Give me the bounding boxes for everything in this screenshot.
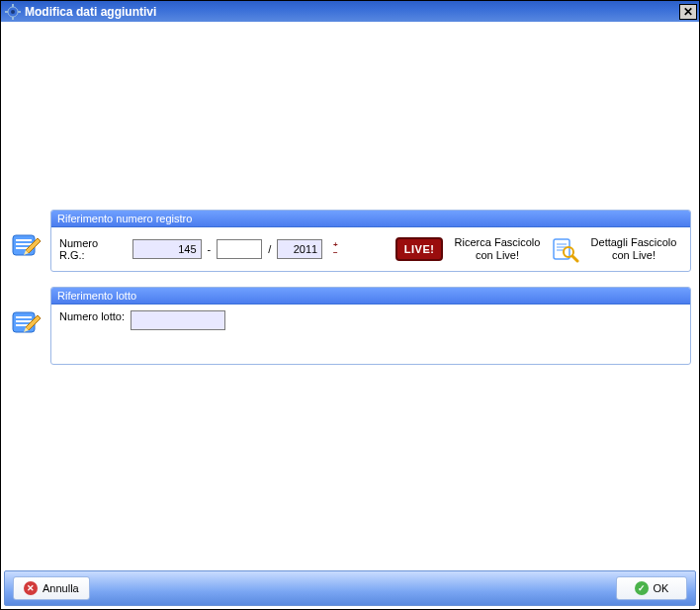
svg-line-17 — [572, 256, 577, 261]
input-numero-lotto[interactable] — [131, 310, 225, 330]
svg-rect-19 — [16, 316, 32, 318]
svg-rect-2 — [12, 17, 14, 20]
ok-label: OK — [654, 582, 669, 594]
svg-rect-1 — [12, 4, 14, 7]
edit-icon — [11, 229, 43, 261]
cancel-label: Annulla — [43, 582, 79, 594]
panel-numero-registro: Riferimento numero registro Numero R.G.:… — [50, 210, 691, 272]
panel-numero-lotto: Riferimento lotto Numero lotto: — [50, 287, 691, 365]
cancel-button[interactable]: ✕ Annulla — [13, 576, 90, 600]
gear-icon — [5, 4, 21, 20]
window-title: Modifica dati aggiuntivi — [25, 5, 156, 19]
close-button[interactable]: ✕ — [679, 4, 697, 20]
close-icon: ✕ — [683, 6, 693, 18]
svg-rect-21 — [16, 324, 28, 326]
ok-icon: ✓ — [635, 581, 649, 595]
panel-header-registro: Riferimento numero registro — [51, 211, 690, 227]
input-rg-1[interactable] — [132, 239, 202, 259]
separator-dash: - — [208, 243, 212, 255]
panel-header-lotto: Riferimento lotto — [51, 288, 690, 305]
svg-rect-7 — [16, 239, 32, 241]
input-rg-2[interactable] — [217, 239, 262, 259]
stepper-down-icon[interactable]: − — [330, 249, 340, 257]
separator-slash: / — [268, 243, 271, 255]
dettagli-fascicolo-button[interactable]: Dettagli Fascicolo con Live! — [585, 236, 682, 262]
ricerca-label: Ricerca Fascicolo con Live! — [449, 236, 546, 262]
svg-rect-8 — [16, 243, 32, 245]
cancel-icon: ✕ — [24, 581, 38, 595]
live-badge[interactable]: LIVE! — [395, 237, 443, 261]
ok-button[interactable]: ✓ OK — [616, 576, 687, 600]
titlebar: Modifica dati aggiuntivi ✕ — [1, 1, 699, 23]
content-area: Riferimento numero registro Numero R.G.:… — [1, 22, 699, 566]
magnify-icon[interactable] — [552, 235, 579, 263]
label-numero-lotto: Numero lotto: — [59, 310, 125, 322]
svg-point-5 — [11, 10, 15, 14]
svg-rect-20 — [16, 320, 32, 322]
footer-bar: ✕ Annulla ✓ OK — [4, 570, 696, 606]
label-numero-rg: Numero R.G.: — [59, 237, 127, 261]
ricerca-fascicolo-button[interactable]: Ricerca Fascicolo con Live! — [449, 236, 546, 262]
svg-rect-9 — [16, 247, 28, 249]
edit-icon — [11, 306, 43, 338]
input-rg-year[interactable] — [277, 239, 322, 259]
dettagli-label: Dettagli Fascicolo con Live! — [585, 236, 682, 262]
svg-rect-3 — [5, 11, 8, 13]
year-stepper[interactable]: + − — [330, 241, 340, 257]
svg-rect-4 — [18, 11, 21, 13]
